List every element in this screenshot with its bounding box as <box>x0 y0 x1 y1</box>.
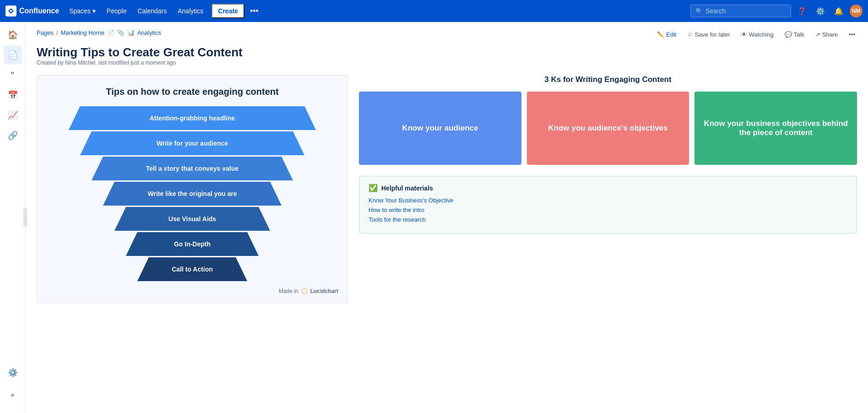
ks-card-3: Know your business objectives behind the… <box>694 92 857 165</box>
funnel-chart: Attention-grabbing headlineWrite for you… <box>46 106 338 281</box>
watching-button[interactable]: 👁 Watching <box>739 29 776 40</box>
star-icon: ☆ <box>687 31 693 38</box>
lucidchart-embed: Tips on how to create engaging content A… <box>37 75 348 303</box>
three-ks-section: 3 Ks for Writing Engaging Content Know y… <box>359 75 857 165</box>
expand-icon: » <box>11 391 15 398</box>
sidebar-item-network[interactable]: 🔗 <box>4 126 22 145</box>
helpful-materials-section: ✅ Helpful materials Know Your Business's… <box>359 176 857 234</box>
funnel-step-4: Use Visual Aids <box>114 207 270 231</box>
ks-card-1: Know your audience <box>359 92 521 165</box>
home-icon: 🏠 <box>8 30 18 40</box>
talk-button[interactable]: 💬 Talk <box>783 29 806 40</box>
breadcrumb: Pages / Marketing Home 📄 📎 📊 Analytics <box>37 29 161 36</box>
nav-spaces[interactable]: Spaces ▾ <box>65 5 100 17</box>
sidebar: 🏠 📄 " 📅 📈 🔗 ⚙️ » <box>0 22 26 413</box>
right-panel: 3 Ks for Writing Engaging Content Know y… <box>359 75 857 234</box>
edit-button[interactable]: ✏️ Edit <box>655 29 678 40</box>
helpful-link-1[interactable]: Know Your Business's Objective <box>369 197 847 204</box>
breadcrumb-analytics-link[interactable]: Analytics <box>137 29 161 36</box>
breadcrumb-pin-icon: 📎 <box>117 29 125 36</box>
nav-more-button[interactable]: ••• <box>246 4 262 19</box>
page-actions: ✏️ Edit ☆ Save for later 👁 Watching 💬 Ta… <box>655 29 857 40</box>
sidebar-expand[interactable]: » <box>4 386 22 404</box>
gear-icon: ⚙️ <box>8 368 18 378</box>
pencil-icon: ✏️ <box>657 31 664 38</box>
check-icon: ✅ <box>369 184 378 192</box>
nav-calendars[interactable]: Calendars <box>133 5 171 17</box>
funnel-step-3: Write like the original you are <box>103 182 282 206</box>
share-button[interactable]: ↗ Share <box>814 29 840 40</box>
breadcrumb-analytics-icon: 📊 <box>127 29 135 36</box>
sidebar-item-home[interactable]: 🏠 <box>4 26 22 44</box>
help-button[interactable]: ❓ <box>795 4 809 18</box>
helpful-link-3[interactable]: Tools for the research <box>369 216 847 223</box>
more-actions-button[interactable]: ••• <box>847 29 857 40</box>
breadcrumb-home[interactable]: Marketing Home <box>61 29 104 36</box>
funnel-step-5: Go In-Depth <box>126 232 259 256</box>
search-box[interactable]: 🔍 <box>690 5 791 17</box>
calendar-icon: 📅 <box>8 90 18 100</box>
nav-analytics[interactable]: Analytics <box>173 5 208 17</box>
breadcrumb-separator: / <box>56 29 58 36</box>
share-icon: ↗ <box>815 31 820 38</box>
page-title: Writing Tips to Create Great Content <box>37 45 857 60</box>
funnel-title: Tips on how to create engaging content <box>46 87 338 97</box>
helpful-title: ✅ Helpful materials <box>369 184 847 192</box>
logo-icon <box>5 5 16 16</box>
app-logo[interactable]: Confluence <box>5 5 59 16</box>
funnel-step-6: Call to Action <box>137 257 247 281</box>
notifications-button[interactable]: 🔔 <box>831 4 846 18</box>
funnel-step-1: Write for your audience <box>80 131 304 155</box>
sidebar-item-pages[interactable]: 📄 <box>4 46 22 64</box>
breadcrumb-pages[interactable]: Pages <box>37 29 54 36</box>
app-name: Confluence <box>19 7 59 15</box>
analytics-icon: 📈 <box>8 110 18 120</box>
content-area: Tips on how to create engaging content A… <box>37 75 857 303</box>
create-button[interactable]: Create <box>212 4 244 18</box>
settings-button[interactable]: ⚙️ <box>813 4 828 18</box>
sidebar-bottom: ⚙️ » <box>4 364 22 409</box>
page-meta: Created by Nina Mitchel, last modified j… <box>37 60 857 66</box>
save-for-later-button[interactable]: ☆ Save for later <box>685 29 732 40</box>
sidebar-settings[interactable]: ⚙️ <box>4 364 22 382</box>
search-input[interactable] <box>705 7 786 15</box>
nav-right-area: 🔍 ❓ ⚙️ 🔔 NM <box>690 4 863 18</box>
lucidchart-watermark: Made in ⬡ Lucidchart <box>46 287 338 295</box>
breadcrumb-doc-icon: 📄 <box>107 29 114 36</box>
top-navigation: Confluence Spaces ▾ People Calendars Ana… <box>0 0 868 22</box>
network-icon: 🔗 <box>8 130 18 141</box>
funnel-step-2: Tell a story that conveys value <box>92 157 293 180</box>
funnel-step-0: Attention-grabbing headline <box>69 106 316 130</box>
sidebar-item-blog[interactable]: " <box>4 66 22 84</box>
three-ks-cards: Know your audience Know you audience's o… <box>359 92 857 165</box>
three-ks-title: 3 Ks for Writing Engaging Content <box>359 75 857 84</box>
user-avatar[interactable]: NM <box>850 5 863 17</box>
lucidchart-logo-icon: ⬡ <box>301 287 308 295</box>
main-content: Pages / Marketing Home 📄 📎 📊 Analytics ✏… <box>26 22 868 413</box>
ks-card-2: Know you audience's objectives <box>527 92 689 165</box>
pages-icon: 📄 <box>8 50 18 60</box>
sidebar-collapse-handle[interactable] <box>23 208 27 227</box>
quote-icon: " <box>11 70 14 81</box>
comment-icon: 💬 <box>785 31 792 38</box>
helpful-link-2[interactable]: How to write the intro <box>369 206 847 213</box>
search-icon: 🔍 <box>695 8 703 15</box>
nav-people[interactable]: People <box>102 5 131 17</box>
sidebar-item-calendars[interactable]: 📅 <box>4 86 22 104</box>
sidebar-item-analytics[interactable]: 📈 <box>4 106 22 125</box>
eye-icon: 👁 <box>741 31 747 38</box>
